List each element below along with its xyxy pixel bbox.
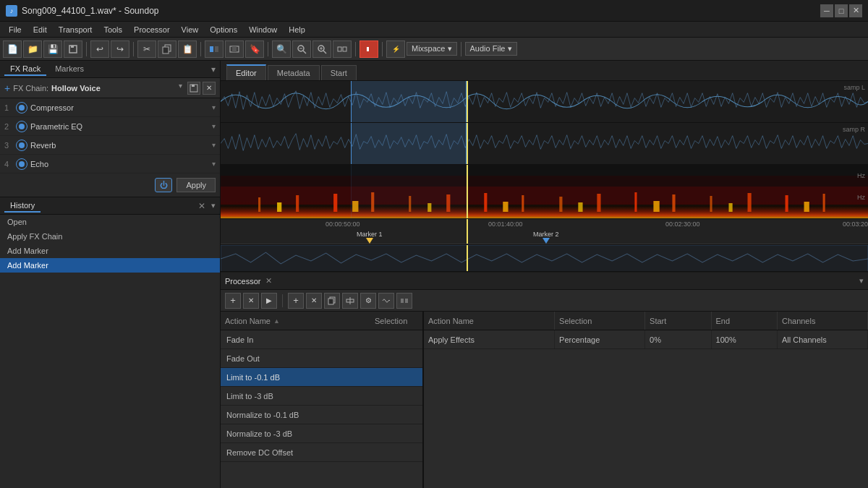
toolbar-new[interactable]: 📄 bbox=[3, 40, 22, 58]
proc-action-copy[interactable] bbox=[324, 293, 340, 309]
proc-action-add[interactable]: + bbox=[288, 293, 304, 309]
marker-1[interactable]: Marker 1 bbox=[357, 231, 383, 244]
fx-rack-panel-close[interactable]: ▾ bbox=[211, 64, 216, 74]
proc-item-4[interactable]: Normalize to -0.1 dB bbox=[221, 406, 422, 424]
maximize-button[interactable]: □ bbox=[835, 4, 848, 17]
proc-item-2[interactable]: Limit to -0.1 dB bbox=[221, 368, 422, 387]
close-button[interactable]: ✕ bbox=[849, 4, 862, 17]
tab-editor[interactable]: Editor bbox=[226, 64, 266, 80]
history-item-1[interactable]: Apply FX Chain bbox=[0, 229, 220, 244]
fx-name-3[interactable]: Reverb bbox=[30, 141, 212, 150]
proc-add-btn[interactable]: + bbox=[225, 293, 241, 309]
svg-rect-22 bbox=[221, 81, 868, 122]
fx-expand-2[interactable]: ▾ bbox=[212, 122, 216, 130]
toolbar-mixspace-label[interactable]: Mixspace ▾ bbox=[407, 42, 457, 56]
toolbar-cut[interactable]: ✂ bbox=[137, 40, 156, 58]
history-close[interactable]: ✕ bbox=[198, 201, 205, 211]
fx-name-1[interactable]: Compressor bbox=[30, 103, 212, 112]
fx-expand-1[interactable]: ▾ bbox=[212, 103, 216, 111]
history-item-2[interactable]: Add Marker bbox=[0, 244, 220, 258]
history-dropdown[interactable]: ▾ bbox=[211, 201, 216, 210]
app-icon: ♪ bbox=[6, 5, 17, 17]
proc-wave1[interactable] bbox=[378, 293, 394, 309]
toolbar-sep-4 bbox=[268, 42, 268, 56]
svg-rect-18 bbox=[367, 47, 369, 51]
processor-panel-dropdown[interactable]: ▾ bbox=[859, 276, 864, 286]
history-tab[interactable]: History bbox=[4, 200, 41, 213]
proc-item-5[interactable]: Normalize to -3 dB bbox=[221, 424, 422, 443]
menu-window[interactable]: Window bbox=[243, 24, 283, 35]
toolbar-zoom-out[interactable]: 🔍 bbox=[272, 40, 291, 58]
toolbar-zoom-region[interactable] bbox=[205, 40, 224, 58]
fx-power-3[interactable] bbox=[16, 140, 27, 151]
markers-tab[interactable]: Markers bbox=[49, 63, 90, 76]
fx-global-power[interactable]: ⏻ bbox=[155, 178, 172, 192]
fx-expand-4[interactable]: ▾ bbox=[212, 160, 216, 168]
window-controls: ─ □ ✕ bbox=[820, 4, 862, 17]
toolbar-zoom-sel[interactable] bbox=[292, 40, 311, 58]
toolbar-audio-file[interactable]: Audio File ▾ bbox=[465, 42, 517, 56]
proc-sort-icon[interactable]: ▲ bbox=[273, 317, 280, 325]
menu-file[interactable]: File bbox=[3, 24, 27, 35]
fx-chain-close[interactable]: ✕ bbox=[203, 82, 216, 95]
proc-wave2[interactable] bbox=[396, 293, 412, 309]
toolbar-copy[interactable] bbox=[158, 40, 176, 58]
fx-expand-3[interactable]: ▾ bbox=[212, 141, 216, 149]
menu-help[interactable]: Help bbox=[283, 24, 311, 35]
playhead-r bbox=[467, 123, 468, 164]
toolbar-mixspace[interactable]: ⚡ bbox=[386, 40, 405, 58]
toolbar-paste[interactable]: 📋 bbox=[178, 40, 197, 58]
toolbar-redo[interactable]: ↪ bbox=[111, 40, 129, 58]
toolbar-save[interactable]: 💾 bbox=[43, 40, 62, 58]
menu-tools[interactable]: Tools bbox=[98, 24, 128, 35]
toolbar-meter[interactable] bbox=[359, 40, 378, 58]
add-fx-button[interactable]: + bbox=[4, 82, 10, 94]
menu-options[interactable]: Options bbox=[204, 24, 243, 35]
menu-processor[interactable]: Processor bbox=[128, 24, 176, 35]
svg-rect-4 bbox=[210, 46, 213, 52]
tab-metadata[interactable]: Metadata bbox=[268, 65, 320, 80]
fx-rack-tab[interactable]: FX Rack bbox=[4, 63, 46, 76]
menu-transport[interactable]: Transport bbox=[53, 24, 98, 35]
proc-item-3[interactable]: Limit to -3 dB bbox=[221, 387, 422, 406]
toolbar-fit[interactable] bbox=[333, 40, 352, 58]
fx-chain-save[interactable] bbox=[187, 82, 200, 95]
history-item-3[interactable]: Add Marker bbox=[0, 258, 220, 273]
waveform-track-l[interactable]: samp L bbox=[221, 81, 868, 123]
proc-item-0[interactable]: Fade In bbox=[221, 330, 422, 349]
tab-start[interactable]: Start bbox=[321, 65, 357, 80]
proc-remove-btn[interactable]: ✕ bbox=[243, 293, 259, 309]
proc-run-btn[interactable]: ▶ bbox=[261, 293, 277, 309]
proc-action-move[interactable] bbox=[342, 293, 358, 309]
history-item-0[interactable]: Open bbox=[0, 215, 220, 229]
fx-power-4[interactable] bbox=[16, 158, 27, 170]
proc-item-1[interactable]: Fade Out bbox=[221, 349, 422, 368]
fx-num-3: 3 bbox=[4, 141, 16, 150]
fx-chain-dropdown[interactable]: ▾ bbox=[179, 82, 182, 95]
fx-power-2[interactable] bbox=[16, 121, 27, 132]
fx-power-1[interactable] bbox=[16, 102, 27, 114]
proc-gear[interactable]: ⚙ bbox=[360, 293, 376, 309]
toolbar-open[interactable]: 📁 bbox=[23, 40, 42, 58]
waveform-track-r[interactable]: samp R bbox=[221, 123, 868, 165]
fx-name-2[interactable]: Parametric EQ bbox=[30, 122, 212, 131]
selection-highlight-r bbox=[351, 123, 467, 164]
processor-tab[interactable]: Processor bbox=[225, 277, 261, 286]
menu-edit[interactable]: Edit bbox=[27, 24, 53, 35]
overview-strip[interactable] bbox=[221, 244, 868, 272]
fx-apply-button[interactable]: Apply bbox=[176, 178, 216, 192]
toolbar-bookmark[interactable]: 🔖 bbox=[245, 40, 264, 58]
proc-action-remove[interactable]: ✕ bbox=[306, 293, 322, 309]
marker-2[interactable]: Marker 2 bbox=[533, 231, 559, 244]
menu-view[interactable]: View bbox=[176, 24, 205, 35]
processor-tab-close[interactable]: ✕ bbox=[265, 276, 272, 286]
toolbar-trim[interactable] bbox=[225, 40, 244, 58]
proc-item-6[interactable]: Remove DC Offset bbox=[221, 443, 422, 462]
toolbar-undo[interactable]: ↩ bbox=[90, 40, 109, 58]
proc-action-row-0[interactable]: Apply Effects Percentage 0% 100% All Cha… bbox=[424, 330, 868, 349]
minimize-button[interactable]: ─ bbox=[820, 4, 833, 17]
time-ruler[interactable]: 00:00:50:00 00:01:40:00 00:02:30:00 00:0… bbox=[221, 219, 868, 244]
toolbar-save-as[interactable] bbox=[64, 40, 82, 58]
fx-name-4[interactable]: Echo bbox=[30, 160, 212, 168]
toolbar-zoom-in[interactable] bbox=[312, 40, 331, 58]
